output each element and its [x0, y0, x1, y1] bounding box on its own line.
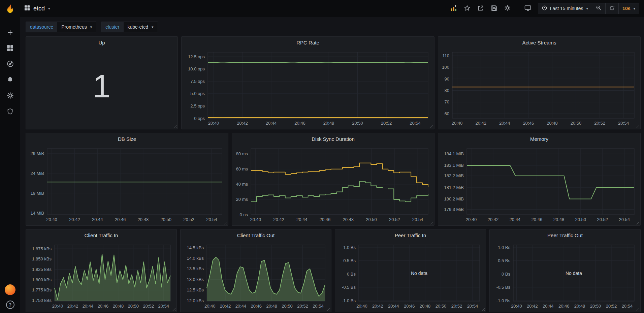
panel-peer-traffic-in: Peer Traffic In 20:4020:4220:4420:4620:4…	[335, 229, 486, 312]
panel-title[interactable]: Client Traffic In	[26, 229, 176, 241]
svg-text:20:46: 20:46	[523, 121, 534, 126]
gear-icon	[7, 92, 14, 100]
svg-text:20:40: 20:40	[356, 304, 367, 309]
star-icon	[464, 5, 470, 12]
grafana-logo-icon[interactable]	[0, 3, 20, 13]
active-streams-chart[interactable]: 20:4020:4220:4420:4620:4820:5020:5220:54…	[440, 48, 639, 128]
time-controls: Last 15 minutes ▾ 10s ▾	[538, 3, 639, 14]
svg-text:1.775 kBs: 1.775 kBs	[32, 287, 52, 292]
svg-text:20:54: 20:54	[618, 121, 629, 126]
panel-title[interactable]: Peer Traffic In	[335, 229, 486, 241]
time-range-picker[interactable]: Last 15 minutes ▾	[538, 3, 592, 14]
peer-traffic-in-chart[interactable]: 20:4020:4220:4420:4620:4820:5020:5220:54…	[336, 241, 484, 311]
svg-text:-0.5 Bs: -0.5 Bs	[342, 285, 356, 290]
svg-text:-1.0 Bs: -1.0 Bs	[496, 298, 511, 303]
svg-text:20:48: 20:48	[574, 304, 585, 309]
svg-text:2.5 ops: 2.5 ops	[190, 103, 205, 108]
time-range-label: Last 15 minutes	[550, 6, 583, 11]
svg-text:80 ms: 80 ms	[236, 151, 248, 156]
sidebar-bottom: ?	[5, 284, 15, 313]
bar-chart-plus-icon	[450, 5, 457, 12]
svg-text:60 ms: 60 ms	[236, 166, 248, 171]
rpc-rate-chart[interactable]: 20:4020:4220:4420:4620:4820:5020:5220:54…	[183, 48, 433, 128]
svg-text:10.0 ops: 10.0 ops	[188, 66, 205, 71]
svg-text:13.5 kBs: 13.5 kBs	[187, 266, 204, 271]
sidebar-item-dashboards[interactable]	[0, 41, 20, 57]
svg-text:12.0 kBs: 12.0 kBs	[187, 298, 204, 303]
svg-text:14.5 kBs: 14.5 kBs	[187, 245, 204, 250]
dashboard-row-1: Up 1 RPC Rate 20:4020:4220:4420:4620:482…	[26, 36, 641, 129]
svg-text:20:50: 20:50	[352, 121, 363, 126]
panel-title[interactable]: Peer Traffic Out	[490, 229, 640, 241]
save-dashboard-button[interactable]	[488, 3, 500, 13]
star-dashboard-button[interactable]	[461, 3, 473, 13]
disk-sync-duration-chart[interactable]: 20:4020:4220:4420:4620:4820:5020:5220:54…	[233, 145, 433, 225]
panel-title[interactable]: Up	[26, 37, 178, 48]
svg-text:179.3 MiB: 179.3 MiB	[444, 207, 464, 212]
variable-datasource-dropdown[interactable]: Prometheus ▾	[57, 22, 96, 32]
share-dashboard-button[interactable]	[475, 3, 487, 13]
svg-text:20:50: 20:50	[571, 121, 582, 126]
svg-text:20:46: 20:46	[320, 217, 331, 222]
magnifier-minus-icon	[596, 5, 602, 12]
svg-text:20:40: 20:40	[452, 121, 463, 126]
sidebar-item-configuration[interactable]	[0, 88, 20, 104]
panel-title[interactable]: Memory	[438, 133, 640, 145]
svg-text:20:52: 20:52	[451, 304, 462, 309]
svg-text:29 MiB: 29 MiB	[31, 151, 44, 156]
sidebar-item-server-admin[interactable]	[0, 104, 20, 120]
svg-text:181.2 MiB: 181.2 MiB	[444, 185, 464, 190]
panel-title[interactable]: RPC Rate	[182, 37, 434, 48]
zoom-out-time-button[interactable]	[592, 3, 606, 14]
client-traffic-in-chart[interactable]: 20:4020:4220:4420:4620:4820:5020:5220:54…	[27, 241, 175, 311]
dashboard-settings-button[interactable]	[502, 3, 514, 13]
chevron-down-icon: ▾	[90, 25, 92, 29]
memory-chart[interactable]: 20:4020:4220:4420:4620:4820:5020:5220:54…	[440, 145, 639, 225]
panel-title[interactable]: Active Streams	[438, 37, 640, 48]
add-panel-button[interactable]	[448, 3, 460, 13]
svg-text:20:44: 20:44	[296, 217, 308, 222]
panel-title[interactable]: Disk Sync Duration	[232, 133, 434, 145]
variable-cluster-label: cluster	[101, 22, 123, 32]
db-size-chart[interactable]: 20:4020:4220:4420:4620:4820:5020:5220:54…	[27, 145, 227, 225]
svg-text:20:46: 20:46	[404, 304, 415, 309]
help-icon[interactable]: ?	[6, 301, 14, 309]
dashboard-title-button[interactable]: etcd ▾	[24, 5, 50, 12]
svg-text:180.2 MiB: 180.2 MiB	[444, 196, 464, 201]
panel-title[interactable]: DB Size	[26, 133, 228, 145]
sidebar-item-create[interactable]	[0, 25, 20, 41]
svg-text:20:44: 20:44	[266, 121, 277, 126]
chevron-down-icon: ▾	[633, 7, 635, 10]
panel-title[interactable]: Client Traffic Out	[181, 229, 331, 241]
svg-text:20:44: 20:44	[388, 304, 399, 309]
svg-text:0.5 Bs: 0.5 Bs	[498, 258, 510, 263]
svg-text:20:42: 20:42	[69, 217, 80, 222]
svg-text:20:52: 20:52	[606, 304, 617, 309]
svg-text:20:48: 20:48	[343, 217, 354, 222]
svg-text:20:54: 20:54	[313, 304, 324, 309]
svg-text:20:52: 20:52	[597, 217, 608, 222]
sidebar-item-explore[interactable]	[0, 57, 20, 72]
svg-text:14 MiB: 14 MiB	[31, 211, 44, 216]
panel-client-traffic-in: Client Traffic In 20:4020:4220:4420:4620…	[26, 229, 177, 312]
sidebar: ?	[0, 17, 20, 313]
panel-client-traffic-out: Client Traffic Out 20:4020:4220:4420:462…	[180, 229, 331, 312]
svg-text:1.0 Bs: 1.0 Bs	[343, 245, 356, 250]
panel-active-streams: Active Streams 20:4020:4220:4420:4620:48…	[438, 36, 641, 129]
cycle-view-mode-button[interactable]	[522, 3, 534, 13]
panel-rpc-rate: RPC Rate 20:4020:4220:4420:4620:4820:502…	[181, 36, 434, 129]
sidebar-item-alerting[interactable]	[0, 72, 20, 88]
svg-text:20:54: 20:54	[619, 217, 630, 222]
user-avatar[interactable]	[5, 284, 15, 295]
svg-text:20:44: 20:44	[510, 217, 521, 222]
client-traffic-out-chart[interactable]: 20:4020:4220:4420:4620:4820:5020:5220:54…	[182, 241, 330, 311]
refresh-button[interactable]	[606, 3, 619, 14]
svg-text:-0.5 Bs: -0.5 Bs	[496, 285, 511, 290]
variable-cluster-dropdown[interactable]: kube-etcd ▾	[124, 22, 158, 32]
svg-text:20:54: 20:54	[412, 217, 423, 222]
svg-text:20:46: 20:46	[98, 304, 109, 309]
svg-text:20:52: 20:52	[183, 217, 194, 222]
refresh-interval-dropdown[interactable]: 10s ▾	[619, 3, 639, 14]
svg-text:24 MiB: 24 MiB	[31, 171, 44, 176]
peer-traffic-out-chart[interactable]: 20:4020:4220:4420:4620:4820:5020:5220:54…	[491, 241, 639, 311]
